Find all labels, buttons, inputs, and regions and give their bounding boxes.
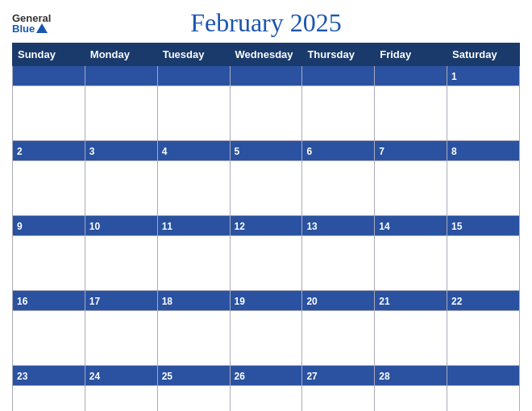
week-4-cell-3 — [157, 311, 230, 366]
week-3-day-6-header: 14 — [375, 216, 447, 236]
col-header-friday: Friday — [375, 44, 447, 66]
week-3-day-3-header: 11 — [157, 216, 230, 236]
week-3-cell-1 — [13, 236, 85, 291]
day-number: 28 — [379, 371, 389, 382]
day-number: 8 — [451, 146, 457, 157]
week-3-cell-6 — [375, 236, 447, 291]
col-header-tuesday: Tuesday — [157, 44, 230, 66]
day-number: 25 — [162, 371, 172, 382]
week-1-cell-5 — [302, 86, 375, 141]
week-4-cell-4 — [230, 311, 302, 366]
week-4-cell-6 — [375, 311, 447, 366]
week-5-cell-5 — [302, 386, 375, 412]
week-1-content — [13, 86, 520, 141]
week-1-cell-4 — [230, 86, 302, 141]
day-number: 19 — [235, 296, 245, 307]
week-1-day-4-header — [230, 66, 302, 86]
week-2-day-4-header: 5 — [230, 141, 302, 161]
week-1-numbers: 1 — [13, 66, 520, 86]
week-3-day-4-header: 12 — [230, 216, 302, 236]
week-4-cell-5 — [302, 311, 375, 366]
week-3-cell-5 — [302, 236, 375, 291]
week-4-day-1-header: 16 — [13, 291, 85, 311]
week-3-cell-2 — [85, 236, 157, 291]
week-5-cell-6 — [375, 386, 447, 412]
col-header-saturday: Saturday — [447, 44, 520, 66]
week-5-cell-1 — [13, 386, 85, 412]
day-number: 20 — [306, 296, 317, 307]
day-number: 12 — [235, 221, 245, 232]
day-number: 7 — [379, 146, 384, 157]
week-3-day-7-header: 15 — [447, 216, 520, 236]
week-1-cell-1 — [13, 86, 85, 141]
week-1-day-5-header — [302, 66, 375, 86]
week-5-cell-2 — [85, 386, 157, 412]
col-header-wednesday: Wednesday — [230, 44, 302, 66]
logo-triangle-icon — [36, 23, 48, 33]
day-number: 6 — [306, 146, 312, 157]
week-5-day-3-header: 25 — [157, 366, 230, 386]
week-5-day-6-header: 28 — [375, 366, 447, 386]
week-3-cell-7 — [447, 236, 520, 291]
week-4-day-6-header: 21 — [375, 291, 447, 311]
day-number: 24 — [89, 371, 100, 382]
week-3-numbers: 9101112131415 — [13, 216, 520, 236]
week-5-cell-4 — [230, 386, 302, 412]
week-2-day-2-header: 3 — [85, 141, 157, 161]
week-5-day-2-header: 24 — [85, 366, 157, 386]
week-4-day-2-header: 17 — [85, 291, 157, 311]
week-2-cell-1 — [13, 161, 85, 216]
week-5-cell-7 — [447, 386, 520, 412]
week-1-cell-2 — [85, 86, 157, 141]
week-4-day-7-header: 22 — [447, 291, 520, 311]
page-header: General Blue February 2025 — [12, 8, 520, 38]
week-4-cell-1 — [13, 311, 85, 366]
week-2-day-5-header: 6 — [302, 141, 375, 161]
week-1-day-3-header — [157, 66, 230, 86]
week-2-day-3-header: 4 — [157, 141, 230, 161]
week-3-day-2-header: 10 — [85, 216, 157, 236]
week-5-day-4-header: 26 — [230, 366, 302, 386]
day-number: 15 — [451, 221, 462, 232]
week-2-day-7-header: 8 — [447, 141, 520, 161]
week-1-cell-3 — [157, 86, 230, 141]
week-4-content — [13, 311, 520, 366]
week-2-cell-2 — [85, 161, 157, 216]
week-4-day-5-header: 20 — [302, 291, 375, 311]
day-number: 26 — [235, 371, 245, 382]
week-2-cell-3 — [157, 161, 230, 216]
week-1-cell-7 — [447, 86, 520, 141]
week-5-day-7-header — [447, 366, 520, 386]
day-number: 16 — [17, 296, 27, 307]
week-1-day-7-header: 1 — [447, 66, 520, 86]
week-2-day-6-header: 7 — [375, 141, 447, 161]
week-3-cell-3 — [157, 236, 230, 291]
week-5-cell-3 — [157, 386, 230, 412]
week-2-cell-7 — [447, 161, 520, 216]
day-number: 27 — [306, 371, 317, 382]
week-1-cell-6 — [375, 86, 447, 141]
week-2-numbers: 2345678 — [13, 141, 520, 161]
week-2-content — [13, 161, 520, 216]
week-2-cell-4 — [230, 161, 302, 216]
logo-blue-text: Blue — [12, 23, 48, 34]
logo: General Blue — [12, 13, 51, 34]
week-4-day-4-header: 19 — [230, 291, 302, 311]
week-5-day-1-header: 23 — [13, 366, 85, 386]
week-4-numbers: 16171819202122 — [13, 291, 520, 311]
week-3-day-1-header: 9 — [13, 216, 85, 236]
week-1-day-2-header — [85, 66, 157, 86]
week-5-day-5-header: 27 — [302, 366, 375, 386]
day-number: 17 — [89, 296, 100, 307]
day-number: 14 — [379, 221, 389, 232]
day-number: 2 — [17, 146, 23, 157]
day-number: 13 — [306, 221, 317, 232]
day-number: 11 — [162, 221, 172, 232]
col-header-thursday: Thursday — [302, 44, 375, 66]
day-number: 4 — [162, 146, 168, 157]
day-number: 10 — [89, 221, 100, 232]
week-2-cell-5 — [302, 161, 375, 216]
week-1-day-6-header — [375, 66, 447, 86]
week-3-day-5-header: 13 — [302, 216, 375, 236]
week-3-cell-4 — [230, 236, 302, 291]
